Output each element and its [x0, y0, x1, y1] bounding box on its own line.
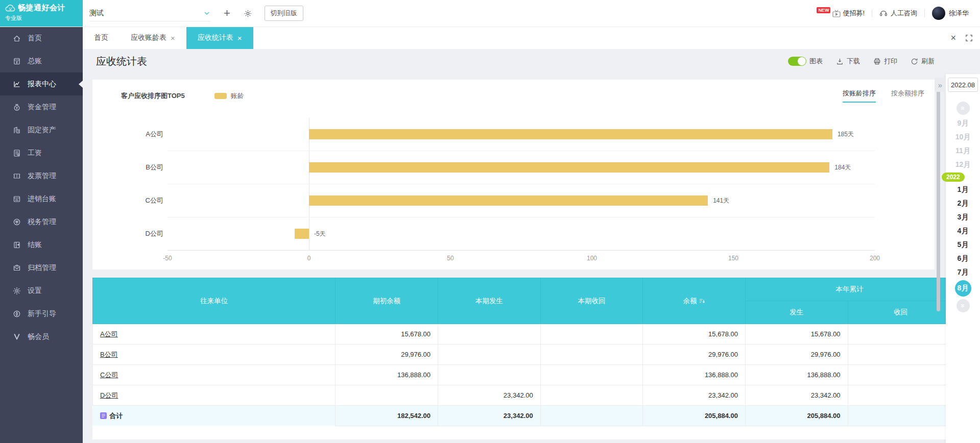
tabbar-actions: × — [950, 27, 973, 49]
vertical-scrollbar[interactable] — [937, 82, 940, 311]
sort-tab-0[interactable]: 按账龄排序 — [843, 89, 876, 103]
home-icon — [12, 34, 21, 43]
legend-swatch[interactable] — [214, 93, 227, 99]
tab-bar: 首页应收账龄表×应收统计表× × — [83, 27, 980, 49]
month-item-2月[interactable]: 2月 — [946, 196, 980, 210]
unit-link[interactable]: A公司 — [100, 330, 118, 338]
total-calc-icon — [100, 412, 107, 419]
divider — [872, 9, 872, 17]
month-item-12月[interactable]: 12月 — [946, 158, 980, 171]
scroll-down-icon[interactable]: » — [957, 299, 970, 312]
month-item-5月[interactable]: 5月 — [946, 238, 980, 252]
x-tick-label: 50 — [447, 255, 453, 262]
scroll-up-icon[interactable]: « — [957, 102, 970, 115]
support-link[interactable]: 人工咨询 — [879, 9, 917, 18]
month-item-1月[interactable]: 1月 — [946, 183, 980, 196]
sidebar-item-report[interactable]: 报表中心 — [0, 72, 83, 95]
sidebar-item-trade[interactable]: 进销台账 — [0, 187, 83, 210]
refresh-button[interactable]: 刷新 — [911, 57, 935, 66]
month-list: «9月10月11月12月20221月2月3月4月5月6月7月8月» — [946, 100, 980, 314]
unit-link[interactable]: D公司 — [100, 391, 118, 399]
balance-label: 余额 — [683, 297, 697, 305]
unit-link[interactable]: C公司 — [100, 371, 118, 379]
download-button[interactable]: 下载 — [836, 57, 860, 66]
col-header-balance[interactable]: 余额 — [643, 278, 746, 324]
chevron-glyph: « — [959, 106, 966, 110]
account-set-name: 测试 — [89, 9, 203, 18]
chart-title: 客户应收排序图TOP5 — [121, 91, 185, 101]
col-header-recover[interactable]: 本期收回 — [540, 278, 643, 324]
current-period[interactable]: 2022.08 — [948, 78, 978, 92]
value-cell-balance: 23,342.00 — [643, 385, 746, 406]
col-header-opening[interactable]: 期初余额 — [336, 278, 438, 324]
bar-C公司[interactable] — [309, 195, 708, 206]
value-cell-occur: 23,342.00 — [438, 385, 541, 406]
sidebar-item-settle[interactable]: 结账 — [0, 233, 83, 256]
collapse-panel-icon[interactable]: » — [935, 78, 946, 92]
sidebar-item-asset[interactable]: 固定资产 — [0, 118, 83, 141]
month-item-11月[interactable]: 11月 — [946, 144, 980, 158]
bar-B公司[interactable] — [309, 162, 829, 173]
month-item-8月[interactable]: 8月 — [946, 279, 980, 298]
month-item-10月[interactable]: 10月 — [946, 130, 980, 144]
settings-gear-icon[interactable] — [244, 9, 252, 18]
close-icon[interactable]: × — [237, 34, 242, 42]
month-item-9月[interactable]: 9月 — [946, 116, 980, 130]
close-icon[interactable]: × — [171, 34, 175, 42]
account-set-dropdown[interactable]: 测试 — [89, 6, 210, 21]
total-label-cell: 合计 — [93, 406, 336, 426]
sort-icon[interactable] — [699, 298, 705, 304]
topbar-right: NEW 使招募! 人工咨询 徐泽华 — [817, 7, 980, 20]
switch-to-old-version-button[interactable]: 切到旧版 — [265, 6, 303, 21]
sidebar-item-tax[interactable]: 税务管理 — [0, 210, 83, 233]
member-icon — [12, 332, 21, 341]
x-tick-label: -50 — [163, 255, 172, 262]
sidebar-item-settings[interactable]: 设置 — [0, 279, 83, 302]
promo-link[interactable]: NEW 使招募! — [817, 9, 865, 18]
unit-cell: D公司 — [93, 385, 336, 406]
tab-report-1[interactable]: 应收账龄表× — [119, 27, 186, 49]
total-label: 合计 — [110, 411, 123, 421]
sidebar-item-ledger[interactable]: 总账 — [0, 50, 83, 72]
salary-icon — [12, 149, 21, 158]
bar-chart-rows: A公司185天B公司184天C公司141天D公司-5天 — [168, 118, 875, 251]
add-account-set-button[interactable]: + — [224, 8, 230, 19]
sidebar-item-archive[interactable]: 归档管理 — [0, 256, 83, 279]
value-cell-recover — [540, 365, 643, 385]
month-item-7月[interactable]: 7月 — [946, 265, 980, 279]
month-item-3月[interactable]: 3月 — [946, 210, 980, 224]
sidebar-item-salary[interactable]: 工资 — [0, 141, 83, 164]
sidebar-item-member[interactable]: 畅会员 — [0, 325, 83, 348]
value-cell-ytd_recover — [848, 324, 953, 344]
sidebar-item-money[interactable]: 资金管理 — [0, 95, 83, 118]
sort-tab-1[interactable]: 按余额排序 — [891, 89, 924, 103]
sidebar-item-label: 首页 — [28, 34, 42, 43]
sidebar-item-invoice[interactable]: 发票管理 — [0, 164, 83, 187]
bar-D公司[interactable] — [295, 229, 309, 239]
chart-toggle[interactable]: 图表 — [788, 57, 823, 66]
col-header-ytd-occur[interactable]: 发生 — [745, 301, 848, 324]
cloud-logo-icon — [5, 4, 15, 13]
tab-home[interactable]: 首页 — [83, 27, 119, 49]
fullscreen-icon[interactable] — [965, 34, 973, 42]
sidebar-item-label: 工资 — [28, 149, 42, 158]
bar-A公司[interactable] — [309, 129, 832, 139]
col-header-occur[interactable]: 本期发生 — [438, 278, 541, 324]
month-item-4月[interactable]: 4月 — [946, 224, 980, 238]
col-header-ytd[interactable]: 本年累计 — [745, 278, 953, 301]
user-menu[interactable]: 徐泽华 — [932, 7, 969, 20]
asset-icon — [12, 126, 21, 135]
unit-link[interactable]: B公司 — [100, 351, 118, 358]
col-header-unit[interactable]: 往来单位 — [93, 278, 336, 324]
sidebar-item-guide[interactable]: 新手引导 — [0, 302, 83, 325]
close-all-tabs-icon[interactable]: × — [950, 33, 956, 43]
print-button[interactable]: 打印 — [873, 57, 897, 66]
app-logo: 畅捷通好会计 专业版 — [0, 0, 83, 27]
month-item-6月[interactable]: 6月 — [946, 252, 980, 265]
settings-icon — [12, 286, 21, 296]
toggle-switch-icon[interactable] — [788, 57, 806, 66]
value-cell-occur — [438, 365, 541, 385]
sidebar-item-home[interactable]: 首页 — [0, 27, 83, 50]
tab-report-2[interactable]: 应收统计表× — [186, 27, 253, 49]
legend-series-label[interactable]: 账龄 — [231, 91, 244, 101]
